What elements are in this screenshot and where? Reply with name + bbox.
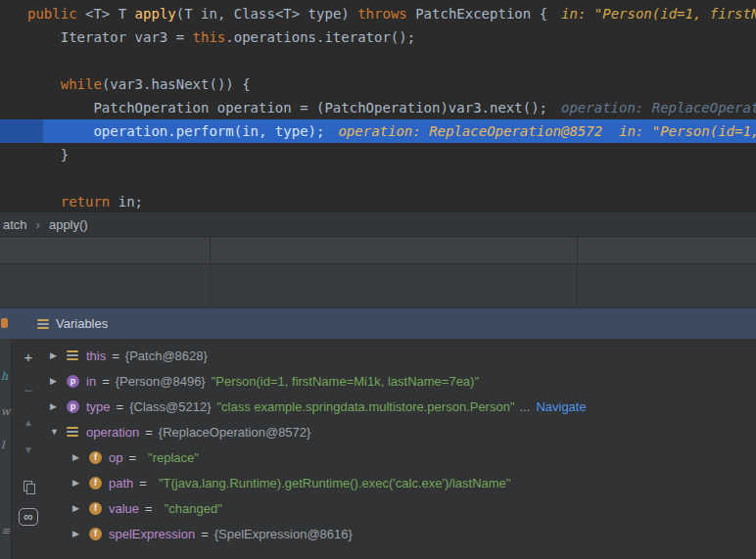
- remove-watch-button[interactable]: −: [12, 382, 45, 398]
- execution-line-gutter: [0, 119, 43, 143]
- code-token: }: [27, 147, 69, 163]
- code-line: return in;: [0, 190, 756, 211]
- variables-tab-label: Variables: [56, 316, 108, 331]
- variables-tab[interactable]: Variables: [0, 307, 756, 339]
- variable-row[interactable]: ▶ f op = "replace": [45, 444, 756, 470]
- inline-debugger-hint: operation: ReplaceOperation@8572 in: "Pe…: [338, 123, 756, 139]
- variables-icon: [37, 319, 49, 329]
- variable-ref: {Patch@8628}: [125, 349, 208, 363]
- debugger-window: public <T> T apply(T in, Class<T> type) …: [0, 0, 756, 559]
- value-icon: [67, 427, 86, 437]
- variable-row[interactable]: ▶ p in = {Person@8496} "Person(id=1, fir…: [45, 368, 756, 394]
- frames-column: [578, 237, 756, 263]
- variable-name: this: [86, 349, 106, 363]
- frames-column: [211, 237, 578, 263]
- field-icon: f: [89, 528, 109, 540]
- clipped-glyph: h: [1, 370, 8, 383]
- chevron-right-icon[interactable]: ▶: [72, 478, 89, 488]
- code-token: return: [61, 194, 111, 210]
- variable-ref: {Person@8496}: [116, 374, 206, 389]
- frames-area: [0, 237, 756, 307]
- frames-column: [211, 264, 578, 307]
- infinity-icon: ∞: [19, 508, 37, 526]
- chevron-right-icon[interactable]: ▶: [72, 503, 89, 513]
- equals-sign: =: [145, 425, 153, 440]
- variable-name: type: [86, 399, 111, 414]
- frames-column: [0, 237, 211, 263]
- code-line: [0, 49, 756, 72]
- code-editor[interactable]: public <T> T apply(T in, Class<T> type) …: [0, 0, 756, 211]
- navigate-link[interactable]: Navigate: [536, 399, 586, 414]
- code-token: [27, 194, 61, 210]
- tool-window-stripe: h w l ≡: [0, 339, 12, 559]
- variable-row[interactable]: ▶ f spelExpression = {SpelExpression@861…: [45, 521, 756, 546]
- clipped-glyph: w: [1, 405, 10, 418]
- frames-toolbar-row: [0, 237, 756, 264]
- code-token: PatchException {: [407, 6, 547, 22]
- variable-ref: {ReplaceOperation@8572}: [159, 425, 311, 440]
- variable-row[interactable]: ▶ f path = "T(java.lang.Runtime).getRunt…: [45, 470, 756, 495]
- variable-row[interactable]: ▶ f value = "changed": [45, 495, 756, 521]
- breadcrumb-separator-icon: ›: [36, 217, 40, 232]
- variable-ref: {SpelExpression@8616}: [214, 527, 353, 541]
- equals-sign: =: [117, 399, 124, 414]
- code-token: [27, 76, 61, 92]
- code-line: }: [0, 143, 756, 166]
- debugger-side-toolbar: + − ▲ ▼ ∞: [12, 339, 45, 559]
- move-up-button[interactable]: ▲: [12, 417, 45, 428]
- chevron-right-icon[interactable]: ▶: [50, 376, 67, 386]
- code-line: [0, 166, 756, 190]
- variable-name: in: [86, 374, 96, 389]
- code-line: PatchOperation operation = (PatchOperati…: [0, 96, 756, 119]
- code-token: in;: [110, 194, 143, 210]
- code-line: while(var3.hasNext()) {: [0, 72, 756, 96]
- field-icon: f: [89, 451, 109, 464]
- variable-string-value: "class example.springdata.multistore.per…: [216, 399, 514, 414]
- inline-debugger-hint: operation: ReplaceOperation@8572: [561, 100, 756, 116]
- execution-line: operation.perform(in, type);operation: R…: [0, 119, 756, 143]
- code-token: (var3.hasNext()) {: [102, 76, 251, 92]
- variable-name: spelExpression: [109, 527, 195, 541]
- copy-button[interactable]: [12, 480, 45, 496]
- variable-name: op: [109, 450, 122, 465]
- clipped-glyph: l: [1, 439, 5, 451]
- clipped-stripe-icon: [1, 318, 8, 328]
- frames-content-row: [0, 264, 756, 307]
- chevron-right-icon[interactable]: ▶: [72, 452, 89, 462]
- add-watch-button[interactable]: +: [12, 349, 45, 365]
- code-token: this: [193, 29, 226, 45]
- frames-column: [0, 264, 211, 307]
- code-token: (T in, Class<T> type): [176, 6, 357, 22]
- variable-ref: {Class@5212}: [129, 399, 211, 414]
- chevron-right-icon[interactable]: ▶: [50, 401, 67, 411]
- frames-column: [578, 264, 756, 307]
- clipped-glyph: ≡: [1, 525, 10, 537]
- field-icon: f: [89, 477, 109, 489]
- variable-string-value: "replace": [148, 450, 199, 465]
- variables-tree: ▶ this = {Patch@8628} ▶ p in = {Person@8…: [45, 339, 756, 559]
- parameter-icon: p: [67, 400, 86, 413]
- code-token: apply: [135, 6, 176, 22]
- breadcrumb: atch › apply(): [0, 211, 756, 237]
- code-token: PatchOperation operation = (PatchOperati…: [27, 100, 547, 116]
- copy-icon: [24, 481, 34, 493]
- chevron-right-icon[interactable]: ▶: [72, 529, 89, 538]
- code-token: <T> T: [85, 6, 135, 22]
- breadcrumb-method[interactable]: apply(): [49, 217, 88, 232]
- evaluate-button[interactable]: ∞: [12, 507, 45, 526]
- variable-row[interactable]: ▼ operation = {ReplaceOperation@8572}: [45, 419, 756, 444]
- code-line: Iterator var3 = this.operations.iterator…: [0, 25, 756, 49]
- variable-row[interactable]: ▶ p type = {Class@5212} "class example.s…: [45, 394, 756, 419]
- breadcrumb-class[interactable]: atch: [3, 217, 27, 232]
- code-line: public <T> T apply(T in, Class<T> type) …: [0, 2, 756, 25]
- move-down-button[interactable]: ▼: [12, 444, 45, 455]
- field-icon: f: [89, 502, 109, 515]
- variable-string-value: "changed": [165, 501, 222, 516]
- code-token: operation.perform(in, type);: [27, 123, 324, 139]
- code-token: while: [61, 76, 102, 92]
- ellipsis: ...: [520, 399, 531, 414]
- chevron-right-icon[interactable]: ▶: [50, 350, 67, 360]
- equals-sign: =: [139, 476, 147, 490]
- variable-row[interactable]: ▶ this = {Patch@8628}: [45, 343, 756, 368]
- chevron-down-icon[interactable]: ▼: [50, 427, 67, 437]
